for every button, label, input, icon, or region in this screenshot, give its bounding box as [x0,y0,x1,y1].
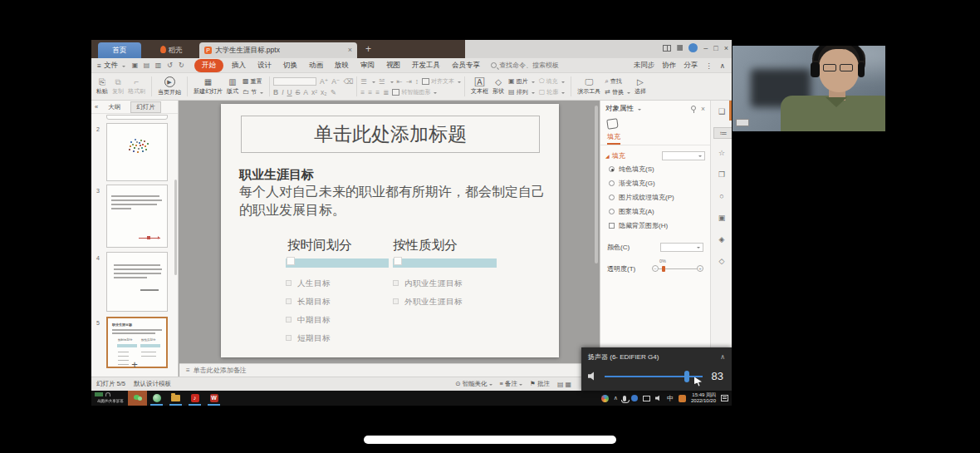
fill-section-label[interactable]: 填充 [612,151,625,160]
menu-tab-member[interactable]: 会员专享 [446,59,486,72]
decrease-icon[interactable]: − [652,265,659,272]
list-item[interactable]: 中期目标 [297,315,331,326]
slide-thumbnail-3[interactable] [106,185,168,248]
indent-button[interactable]: ⇥ [406,77,412,86]
collapse-panel-icon[interactable]: « [95,103,98,111]
view-mode-icons[interactable]: ▤▦ [557,381,573,388]
column1-header[interactable]: 按时间划分 [287,237,352,254]
taskbar-wechat[interactable] [128,391,147,406]
save-icon[interactable]: ▣ [131,62,139,69]
help-icon[interactable]: ○ [711,192,732,200]
increase-font-icon[interactable]: A⁺ [320,77,328,86]
screen-share-control-pill[interactable] [364,436,616,444]
tag-icon[interactable]: ◈ [711,235,732,244]
decrease-font-icon[interactable]: A⁻ [331,77,340,86]
slide-editor[interactable]: 单击此处添加标题 职业生涯目标 每个人对自己未来的职业都有所期许，都会制定自己的… [221,104,559,357]
font-color-button[interactable]: A [303,88,308,96]
slide-thumbnail-1-partial[interactable] [106,115,168,120]
to-smartart-button[interactable]: 转智能图形 [392,88,437,96]
new-tab-button[interactable]: + [365,43,371,55]
search-input[interactable] [499,62,578,69]
line-spacing-button[interactable]: ↕ [415,77,419,86]
underline-button[interactable]: U [287,88,292,96]
replace-button[interactable]: ⇄替换 [605,88,630,96]
justify-button[interactable]: ≣ [383,88,389,96]
panel-scrollbar[interactable] [174,180,177,275]
maximize-button[interactable]: □ [713,44,718,52]
slide-thumbnail-4[interactable] [106,252,168,312]
increase-icon[interactable]: + [697,265,703,272]
comments-button[interactable]: ⚑ 批注 [530,380,550,388]
device-expand-icon[interactable]: ∧ [720,353,725,361]
close-tab-icon[interactable]: × [348,42,352,58]
format-painter-button[interactable]: ⌐格式刷 [128,77,145,96]
notes-bar[interactable]: ≡ 单击此处添加备注 [179,363,600,377]
play-from-current-button[interactable]: ▶当页开始 [158,76,181,96]
volume-slider-handle[interactable] [684,371,689,382]
find-button[interactable]: ⌕查找 [605,77,630,86]
split-view-icon[interactable] [663,45,671,52]
tab-home[interactable]: 首页 [98,42,141,58]
option-gradient-fill[interactable]: 渐变填充(G) [600,175,710,189]
more-icon[interactable]: ⋮ [705,62,713,70]
undo-icon[interactable]: ↺ [166,62,174,69]
display-tray-icon[interactable] [643,396,650,401]
column2-header[interactable]: 按性质划分 [393,237,458,254]
app-orange-tray-icon[interactable] [679,395,686,402]
menu-tab-home[interactable]: 开始 [194,59,223,72]
share-indicator[interactable]: 战殿的共享屏幕 [91,391,128,406]
pin-icon[interactable] [691,106,696,111]
print-icon[interactable]: ▤ [143,62,150,69]
close-panel-icon[interactable]: × [701,105,705,113]
list-item[interactable]: 短期目标 [297,333,331,344]
effects-icon[interactable]: ❑ [711,107,732,116]
star-icon[interactable]: ☆ [711,149,732,157]
list-item[interactable]: 长期目标 [297,297,331,308]
strike-button[interactable]: S [296,88,301,96]
present-tools-button[interactable]: 🖵演示工具 [577,77,600,96]
superscript-button[interactable]: x² [311,88,317,96]
collapse-ribbon-icon[interactable]: ∧ [720,62,725,70]
slide-body-text[interactable]: 每个人对自己未来的职业都有所期许，都会制定自己的职业发展目标。 [239,183,546,219]
tab-document[interactable]: P 大学生生涯目标.pptx × [199,42,357,58]
transparency-slider[interactable]: − + 0% [652,263,703,273]
numbering-button[interactable]: ☱ [379,77,385,86]
sync-status[interactable]: 未同步 [634,61,655,71]
share-button[interactable]: 分享 [684,61,698,71]
option-hide-background[interactable]: 隐藏背景图形(H) [600,217,710,231]
minimize-button[interactable]: – [703,44,708,52]
new-slide-button[interactable]: ▦新建幻灯片 [194,77,223,96]
option-picture-fill[interactable]: 图片或纹理填充(P) [600,189,710,203]
app-tray-icon[interactable] [631,395,638,401]
outline-button[interactable]: ▢轮廓 [539,88,566,96]
command-search[interactable] [491,62,578,69]
outdent-button[interactable]: ⇤ [397,77,403,86]
color-dropdown[interactable] [660,243,703,252]
copy-button[interactable]: ⧉复制 [112,77,124,96]
antivirus-tray-icon[interactable] [601,395,609,402]
menu-tab-animation[interactable]: 动画 [303,59,329,72]
taskbar-wps[interactable]: W [204,391,223,406]
align-center-button[interactable]: ≡ [368,88,372,96]
notes-toggle-button[interactable]: ≡ 备注 [500,380,522,388]
list-item[interactable]: 人生目标 [297,278,331,289]
layout-button[interactable]: ▥版式 [227,77,238,96]
reset-button[interactable]: ▩重置 [243,77,263,86]
properties-icon-selected[interactable]: ≔ [713,127,732,139]
align-text-button[interactable]: 对齐文本 [422,77,461,86]
animation-pane-icon[interactable]: ❐ [711,170,732,179]
close-window-button[interactable]: × [724,44,728,52]
align-right-button[interactable]: ≡ [375,88,380,96]
menu-tab-design[interactable]: 设计 [252,59,277,72]
select-button[interactable]: ▷选择 [635,77,646,96]
slider-handle[interactable] [662,266,665,272]
option-solid-fill[interactable]: 纯色填充(S) [600,160,710,175]
image-pane-icon[interactable]: ▣ [711,214,732,222]
volume-slider[interactable] [605,371,703,382]
list-item[interactable]: 内职业生涯目标 [404,278,463,289]
section-button[interactable]: 🗀节 [243,88,263,96]
smart-beautify-button[interactable]: ⊙ 智能美化 [455,380,492,388]
bold-button[interactable]: B [273,88,278,96]
clear-format-icon[interactable]: ⌫ [343,77,353,86]
font-size-box[interactable] [273,77,316,86]
